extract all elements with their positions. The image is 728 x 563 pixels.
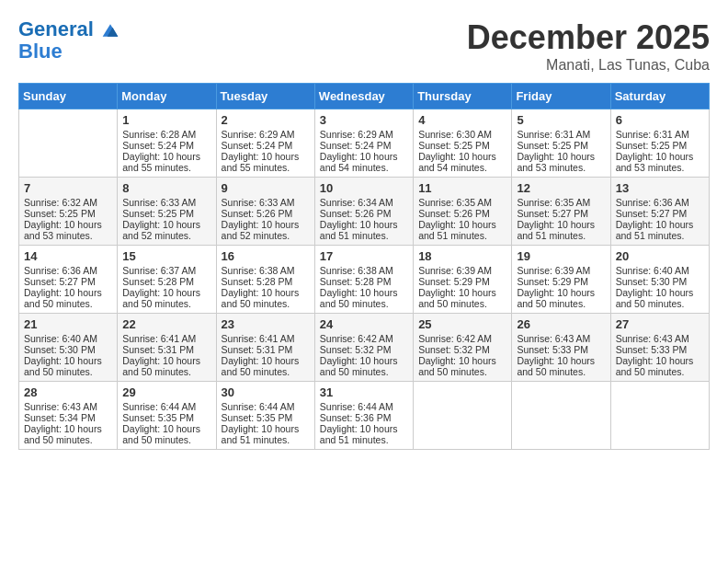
day-number: 16: [222, 249, 310, 263]
cell-info: and 53 minutes.: [616, 162, 704, 173]
cell-info: Daylight: 10 hours: [122, 151, 210, 162]
calendar-cell: 15Sunrise: 6:37 AMSunset: 5:28 PMDayligh…: [118, 246, 216, 314]
cell-info: Sunrise: 6:44 AM: [222, 401, 310, 412]
cell-info: Sunrise: 6:35 AM: [517, 197, 605, 208]
cell-info: Sunrise: 6:30 AM: [418, 129, 506, 140]
day-number: 9: [222, 181, 310, 195]
day-number: 7: [24, 181, 112, 195]
cell-info: Sunset: 5:27 PM: [616, 208, 704, 219]
day-number: 4: [418, 113, 506, 127]
cell-info: Sunrise: 6:41 AM: [222, 333, 310, 344]
logo-text2: Blue: [18, 40, 119, 63]
cell-info: Daylight: 10 hours: [24, 219, 112, 230]
calendar-cell: 16Sunrise: 6:38 AMSunset: 5:28 PMDayligh…: [216, 246, 314, 314]
cell-info: Sunrise: 6:40 AM: [616, 265, 704, 276]
day-number: 10: [320, 181, 408, 195]
calendar-header-sunday: Sunday: [19, 84, 118, 109]
cell-info: Sunrise: 6:35 AM: [418, 197, 506, 208]
cell-info: and 50 minutes.: [122, 434, 210, 445]
cell-info: Sunrise: 6:39 AM: [418, 265, 506, 276]
day-number: 31: [320, 385, 408, 399]
cell-info: Sunset: 5:25 PM: [418, 140, 506, 151]
cell-info: and 50 minutes.: [222, 366, 310, 377]
calendar-cell: 23Sunrise: 6:41 AMSunset: 5:31 PMDayligh…: [216, 314, 314, 382]
cell-info: Sunset: 5:26 PM: [418, 208, 506, 219]
calendar-header-friday: Friday: [512, 84, 610, 109]
logo: General Blue: [18, 18, 119, 63]
day-number: 1: [122, 113, 210, 127]
cell-info: and 54 minutes.: [320, 162, 408, 173]
cell-info: Sunset: 5:32 PM: [418, 344, 506, 355]
calendar-cell: 18Sunrise: 6:39 AMSunset: 5:29 PMDayligh…: [414, 246, 512, 314]
calendar-cell: 5Sunrise: 6:31 AMSunset: 5:25 PMDaylight…: [512, 109, 610, 178]
day-number: 13: [616, 181, 704, 195]
cell-info: Daylight: 10 hours: [222, 151, 310, 162]
day-number: 20: [616, 249, 704, 263]
calendar-header-thursday: Thursday: [414, 84, 512, 109]
cell-info: and 51 minutes.: [320, 230, 408, 241]
page-header: General Blue December 2025 Manati, Las T…: [18, 18, 710, 74]
cell-info: Daylight: 10 hours: [320, 355, 408, 366]
calendar-cell: 19Sunrise: 6:39 AMSunset: 5:29 PMDayligh…: [512, 246, 610, 314]
cell-info: Sunrise: 6:37 AM: [122, 265, 210, 276]
cell-info: and 50 minutes.: [320, 366, 408, 377]
cell-info: Sunset: 5:27 PM: [24, 276, 112, 287]
day-number: 19: [517, 249, 605, 263]
cell-info: Daylight: 10 hours: [122, 219, 210, 230]
day-number: 26: [517, 317, 605, 331]
cell-info: Daylight: 10 hours: [517, 287, 605, 298]
calendar-cell: [610, 382, 709, 450]
cell-info: Sunset: 5:34 PM: [24, 412, 112, 423]
day-number: 3: [320, 113, 408, 127]
cell-info: and 53 minutes.: [24, 230, 112, 241]
day-number: 30: [222, 385, 310, 399]
cell-info: Daylight: 10 hours: [320, 151, 408, 162]
cell-info: Sunset: 5:31 PM: [222, 344, 310, 355]
calendar-cell: 26Sunrise: 6:43 AMSunset: 5:33 PMDayligh…: [512, 314, 610, 382]
calendar-cell: 30Sunrise: 6:44 AMSunset: 5:35 PMDayligh…: [216, 382, 314, 450]
cell-info: Sunrise: 6:34 AM: [320, 197, 408, 208]
cell-info: Sunrise: 6:39 AM: [517, 265, 605, 276]
calendar-cell: 1Sunrise: 6:28 AMSunset: 5:24 PMDaylight…: [118, 109, 216, 178]
calendar-cell: 17Sunrise: 6:38 AMSunset: 5:28 PMDayligh…: [314, 246, 413, 314]
location: Manati, Las Tunas, Cuba: [467, 57, 710, 74]
cell-info: Sunrise: 6:38 AM: [320, 265, 408, 276]
cell-info: Sunset: 5:30 PM: [24, 344, 112, 355]
cell-info: Daylight: 10 hours: [122, 423, 210, 434]
calendar-cell: 8Sunrise: 6:33 AMSunset: 5:25 PMDaylight…: [118, 178, 216, 246]
title-block: December 2025 Manati, Las Tunas, Cuba: [467, 18, 710, 74]
cell-info: Sunrise: 6:43 AM: [24, 401, 112, 412]
cell-info: Daylight: 10 hours: [517, 355, 605, 366]
calendar-week-row: 28Sunrise: 6:43 AMSunset: 5:34 PMDayligh…: [19, 382, 710, 450]
calendar-cell: 29Sunrise: 6:44 AMSunset: 5:35 PMDayligh…: [118, 382, 216, 450]
calendar-cell: 13Sunrise: 6:36 AMSunset: 5:27 PMDayligh…: [610, 178, 709, 246]
cell-info: Sunset: 5:35 PM: [222, 412, 310, 423]
calendar-header-tuesday: Tuesday: [216, 84, 314, 109]
calendar-cell: 22Sunrise: 6:41 AMSunset: 5:31 PMDayligh…: [118, 314, 216, 382]
calendar-cell: 31Sunrise: 6:44 AMSunset: 5:36 PMDayligh…: [314, 382, 413, 450]
cell-info: Sunset: 5:26 PM: [222, 208, 310, 219]
cell-info: Sunrise: 6:42 AM: [418, 333, 506, 344]
cell-info: Sunset: 5:36 PM: [320, 412, 408, 423]
calendar-week-row: 14Sunrise: 6:36 AMSunset: 5:27 PMDayligh…: [19, 246, 710, 314]
cell-info: and 52 minutes.: [122, 230, 210, 241]
cell-info: Sunrise: 6:44 AM: [320, 401, 408, 412]
cell-info: and 50 minutes.: [616, 298, 704, 309]
cell-info: Sunrise: 6:28 AM: [122, 129, 210, 140]
cell-info: Sunset: 5:32 PM: [320, 344, 408, 355]
calendar-cell: 25Sunrise: 6:42 AMSunset: 5:32 PMDayligh…: [414, 314, 512, 382]
cell-info: Daylight: 10 hours: [24, 355, 112, 366]
calendar-header-saturday: Saturday: [610, 84, 709, 109]
logo-text: General: [18, 18, 119, 40]
cell-info: and 51 minutes.: [320, 434, 408, 445]
cell-info: and 50 minutes.: [418, 298, 506, 309]
calendar-cell: 6Sunrise: 6:31 AMSunset: 5:25 PMDaylight…: [610, 109, 709, 178]
cell-info: Sunrise: 6:36 AM: [24, 265, 112, 276]
cell-info: Sunset: 5:33 PM: [616, 344, 704, 355]
calendar-cell: 24Sunrise: 6:42 AMSunset: 5:32 PMDayligh…: [314, 314, 413, 382]
cell-info: Daylight: 10 hours: [222, 219, 310, 230]
cell-info: and 50 minutes.: [418, 366, 506, 377]
day-number: 27: [616, 317, 704, 331]
calendar-cell: 10Sunrise: 6:34 AMSunset: 5:26 PMDayligh…: [314, 178, 413, 246]
cell-info: Daylight: 10 hours: [24, 423, 112, 434]
